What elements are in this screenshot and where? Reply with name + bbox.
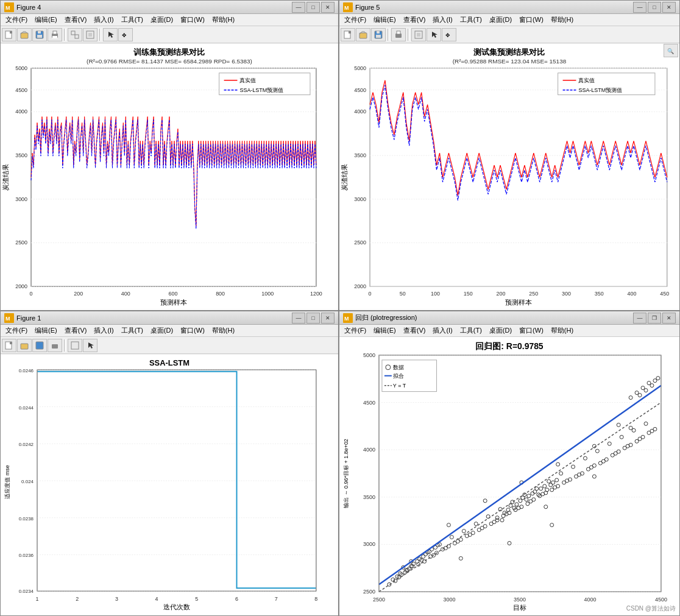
fig4-menu-window[interactable]: 窗口(W) <box>177 15 208 25</box>
fig4-menu-view[interactable]: 查看(V) <box>61 15 91 25</box>
svg-rect-106 <box>71 342 79 349</box>
fig1-controls[interactable]: — □ ✕ <box>292 313 335 324</box>
tb-new[interactable] <box>2 28 16 41</box>
fig1-menu-edit[interactable]: 编辑(E) <box>31 325 61 336</box>
fig5-menu-window[interactable]: 窗口(W) <box>515 15 547 25</box>
fig1-titlebar[interactable]: M Figure 1 — □ ✕ <box>1 311 338 325</box>
fig1-maximize[interactable]: □ <box>306 313 320 324</box>
fig1-menu-window[interactable]: 窗口(W) <box>177 325 208 336</box>
fig4-menu-edit[interactable]: 编辑(E) <box>31 15 61 25</box>
fig4-menu-insert[interactable]: 插入(I) <box>90 15 117 25</box>
fig1-menu-insert[interactable]: 插入(I) <box>90 325 117 336</box>
fig5-tb-print[interactable] <box>391 28 406 41</box>
fig4-controls[interactable]: — □ ✕ <box>292 2 335 13</box>
fig1-minimize[interactable]: — <box>292 313 305 324</box>
fig5-menu-edit[interactable]: 编辑(E) <box>370 15 400 25</box>
fig5-tb-extra1[interactable]: 🔍 <box>664 44 678 57</box>
reg-menu-window[interactable]: 窗口(W) <box>515 325 547 336</box>
tb-open[interactable] <box>17 28 32 41</box>
svg-text:150: 150 <box>464 291 473 297</box>
reg-menu-help[interactable]: 帮助(H) <box>547 325 577 336</box>
svg-text:350: 350 <box>595 291 604 297</box>
fig1-tb-print[interactable] <box>48 339 62 352</box>
fig5-menu-file[interactable]: 文件(F) <box>341 15 370 25</box>
svg-rect-102 <box>10 342 12 344</box>
fig1-menu-help[interactable]: 帮助(H) <box>208 325 238 336</box>
fig5-maximize[interactable]: □ <box>648 2 661 13</box>
fig1-tb-open[interactable] <box>17 339 32 352</box>
svg-text:0: 0 <box>369 291 372 297</box>
fig5-menu-help[interactable]: 帮助(H) <box>547 15 577 25</box>
svg-rect-58 <box>377 31 380 34</box>
desktop: M Figure 4 — □ ✕ 文件(F) 编辑(E) 查看(V) 插入(I)… <box>0 0 680 616</box>
fig5-tb-new[interactable] <box>341 28 355 41</box>
fig5-minimize[interactable]: — <box>633 2 646 13</box>
svg-text:2000: 2000 <box>354 283 366 289</box>
fig4-menu-desktop[interactable]: 桌面(D) <box>147 15 177 25</box>
reg-menu-view[interactable]: 查看(V) <box>400 325 430 336</box>
fig5-close[interactable]: ✕ <box>662 2 676 13</box>
reg-menu-desktop[interactable]: 桌面(D) <box>486 325 515 336</box>
figure1-window: M Figure 1 — □ ✕ 文件(F) 编辑(E) 查看(V) 插入(I)… <box>0 311 339 616</box>
reg-menu-edit[interactable]: 编辑(E) <box>370 325 400 336</box>
fig4-minimize[interactable]: — <box>292 2 305 13</box>
tb-cursor[interactable] <box>103 28 118 41</box>
reg-minimize[interactable]: — <box>633 313 646 324</box>
fig4-menu-file[interactable]: 文件(F) <box>2 15 31 25</box>
fig1-tb-save[interactable] <box>32 339 47 352</box>
fig4-close[interactable]: ✕ <box>321 2 335 13</box>
fig1-close[interactable]: ✕ <box>321 313 335 324</box>
svg-text:2500: 2500 <box>15 239 27 246</box>
fig5-tb-zoom[interactable] <box>411 28 426 41</box>
reg-menu-file[interactable]: 文件(F) <box>341 325 370 336</box>
fig5-tb-save[interactable] <box>371 28 386 41</box>
reg-menu-insert[interactable]: 插入(I) <box>429 325 456 336</box>
svg-text:✥: ✥ <box>122 32 127 38</box>
fig4-titlebar[interactable]: M Figure 4 — □ ✕ <box>1 1 338 14</box>
svg-text:回归图: R=0.9785: 回归图: R=0.9785 <box>475 341 544 351</box>
svg-text:3000: 3000 <box>354 196 366 202</box>
fig1-menu-desktop[interactable]: 桌面(D) <box>147 325 177 336</box>
reg-menu-tools[interactable]: 工具(T) <box>456 325 486 336</box>
tb-print[interactable] <box>48 28 62 41</box>
fig5-tb-open[interactable] <box>356 28 370 41</box>
fig1-menu-file[interactable]: 文件(F) <box>2 325 31 336</box>
fig1-tb-cursor[interactable] <box>83 339 97 352</box>
fig5-menu-desktop[interactable]: 桌面(D) <box>486 15 515 25</box>
fig4-maximize[interactable]: □ <box>306 2 320 13</box>
fig4-icon: M <box>4 2 14 12</box>
tb-zoom-out[interactable] <box>68 28 82 41</box>
fig5-menu-insert[interactable]: 插入(I) <box>429 15 456 25</box>
fig1-tb-zoom[interactable] <box>68 339 82 352</box>
svg-text:0.0246: 0.0246 <box>19 368 34 373</box>
tb-save[interactable] <box>32 28 47 41</box>
svg-text:5000: 5000 <box>354 65 366 71</box>
fig5-titlebar[interactable]: M Figure 5 — □ ✕ <box>339 1 679 14</box>
svg-text:M: M <box>5 316 10 322</box>
fig4-menu-help[interactable]: 帮助(H) <box>208 15 238 25</box>
fig1-menu-tools[interactable]: 工具(T) <box>118 325 147 336</box>
reg-maximize[interactable]: ❐ <box>648 313 661 324</box>
fig5-menu-tools[interactable]: 工具(T) <box>456 15 486 25</box>
fig1-tb-new[interactable] <box>2 339 16 352</box>
tb-zoom-in[interactable] <box>83 28 97 41</box>
reg-titlebar[interactable]: M 回归 (plotregression) — ❐ ✕ <box>339 311 679 325</box>
svg-rect-14 <box>88 33 92 37</box>
svg-rect-11 <box>71 31 75 35</box>
fig4-menubar: 文件(F) 编辑(E) 查看(V) 插入(I) 工具(T) 桌面(D) 窗口(W… <box>1 14 338 26</box>
fig5-tb-cursor[interactable] <box>427 28 441 41</box>
svg-rect-62 <box>417 33 420 37</box>
fig4-menu-tools[interactable]: 工具(T) <box>118 15 147 25</box>
reg-controls[interactable]: — ❐ ✕ <box>633 313 676 324</box>
fig5-tb-pan[interactable]: ✥ <box>442 28 456 41</box>
svg-text:🔍: 🔍 <box>667 48 675 55</box>
svg-text:1200: 1200 <box>310 291 322 297</box>
tb-pan[interactable]: ✥ <box>118 28 133 41</box>
fig5-title: Figure 5 <box>355 4 633 11</box>
fig5-menu-view[interactable]: 查看(V) <box>400 15 430 25</box>
svg-text:1: 1 <box>36 596 39 602</box>
reg-close[interactable]: ✕ <box>662 313 676 324</box>
fig1-menu-view[interactable]: 查看(V) <box>61 325 91 336</box>
svg-text:800: 800 <box>216 291 225 297</box>
fig5-controls[interactable]: — □ ✕ <box>633 2 676 13</box>
